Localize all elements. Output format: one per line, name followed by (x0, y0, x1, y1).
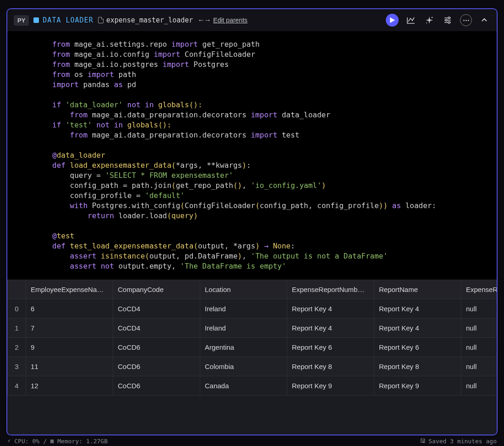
block-panel: PY DATA LOADER expense_master_loader ←→ … (6, 8, 498, 435)
table-cell: CoCD6 (113, 357, 200, 376)
block-type-text: DATA LOADER (43, 16, 93, 24)
header-actions (386, 14, 490, 27)
play-icon (389, 17, 395, 23)
table-cell: Report Key 9 (287, 376, 374, 396)
separator: / (43, 438, 47, 445)
svg-point-7 (445, 19, 447, 21)
bolt-icon: ⚡ (7, 438, 11, 444)
cpu-value: 0% (33, 438, 40, 445)
table-cell: CoCD6 (113, 338, 200, 357)
table-cell: Report Key 4 (374, 299, 461, 319)
svg-point-8 (448, 22, 450, 23)
ai-sparkle-button[interactable] (423, 14, 435, 26)
table-cell: Report Key 6 (374, 338, 461, 357)
table-cell: null (461, 299, 497, 319)
settings-sliders-button[interactable] (442, 14, 454, 26)
chip-icon: ▦ (50, 438, 54, 444)
status-bar: ⚡ CPU: 0% / ▦ Memory: 1.27GB 🖫 Saved 3 m… (0, 436, 504, 446)
col-header[interactable]: EmployeeExpenseNa… (26, 280, 113, 299)
table-cell: Ireland (200, 299, 287, 319)
table-cell: Report Key 9 (374, 376, 461, 396)
table-cell: CoCD4 (113, 299, 200, 319)
table-cell: Canada (200, 376, 287, 396)
table-cell: Report Key 4 (287, 299, 374, 319)
run-button[interactable] (386, 14, 399, 27)
table-row[interactable]: 412CoCD6CanadaReport Key 9Report Key 9nu… (8, 376, 497, 396)
table-cell: CoCD4 (113, 319, 200, 338)
table-header-row: EmployeeExpenseNa… CompanyCode Location … (8, 280, 497, 299)
chart-button[interactable] (405, 14, 417, 26)
file-name-text: expense_master_loader (106, 16, 193, 24)
arrows-icon: ←→ (197, 16, 210, 24)
table-cell: null (461, 376, 497, 396)
table-cell: Report Key 4 (374, 319, 461, 338)
row-index: 1 (8, 319, 26, 338)
table-cell: 9 (26, 338, 113, 357)
col-header[interactable]: CompanyCode (113, 280, 200, 299)
table-cell: Colombia (200, 357, 287, 376)
table-cell: Ireland (200, 319, 287, 338)
col-header[interactable]: ExpenseRe (461, 280, 497, 299)
table-row[interactable]: 17CoCD4IrelandReport Key 4Report Key 4nu… (8, 319, 497, 338)
cpu-label: CPU: (14, 438, 28, 445)
table-cell: CoCD6 (113, 376, 200, 396)
table-row[interactable]: 29CoCD6ArgentinaReport Key 6Report Key 6… (8, 338, 497, 357)
table-cell: Report Key 8 (374, 357, 461, 376)
edit-parents-group: ←→ Edit parents (197, 16, 247, 24)
table-cell: Argentina (200, 338, 287, 357)
table-cell: null (461, 357, 497, 376)
ellipsis-icon (463, 20, 469, 21)
col-header[interactable]: ExpenseReportNumb… (287, 280, 374, 299)
svg-marker-0 (390, 17, 395, 23)
sparkle-icon (425, 16, 434, 25)
row-index: 2 (8, 338, 26, 357)
table-cell: 11 (26, 357, 113, 376)
mem-value: 1.27GB (86, 438, 108, 445)
more-menu-button[interactable] (460, 14, 472, 26)
chevron-up-icon (481, 17, 488, 24)
col-header[interactable]: Location (200, 280, 287, 299)
row-index: 4 (8, 376, 26, 396)
col-header[interactable]: ReportName (374, 280, 461, 299)
table-cell: Report Key 8 (287, 357, 374, 376)
chart-icon (406, 16, 416, 25)
lang-badge: PY (14, 15, 29, 26)
code-editor[interactable]: from mage_ai.settings.repo import get_re… (7, 31, 497, 280)
table-cell: 12 (26, 376, 113, 396)
svg-point-6 (448, 17, 450, 19)
collapse-button[interactable] (478, 14, 490, 26)
block-type-label[interactable]: DATA LOADER (33, 16, 93, 24)
file-name[interactable]: expense_master_loader (98, 16, 193, 24)
save-icon: 🖫 (420, 438, 426, 444)
sliders-icon (443, 16, 452, 25)
block-color-indicator (33, 17, 39, 23)
table-cell: 7 (26, 319, 113, 338)
table-cell: 6 (26, 299, 113, 319)
table-cell: Report Key 6 (287, 338, 374, 357)
data-table: EmployeeExpenseNa… CompanyCode Location … (7, 280, 497, 396)
saved-status: Saved 3 minutes ago (428, 438, 497, 445)
edit-parents-link[interactable]: Edit parents (213, 17, 247, 24)
svg-point-1 (432, 17, 433, 18)
svg-point-2 (426, 22, 427, 23)
file-icon (98, 17, 104, 23)
output-table[interactable]: EmployeeExpenseNa… CompanyCode Location … (7, 280, 497, 435)
table-row[interactable]: 06CoCD4IrelandReport Key 4Report Key 4nu… (8, 299, 497, 319)
panel-header: PY DATA LOADER expense_master_loader ←→ … (7, 9, 497, 31)
table-cell: null (461, 319, 497, 338)
table-row[interactable]: 311CoCD6ColombiaReport Key 8Report Key 8… (8, 357, 497, 376)
table-cell: null (461, 338, 497, 357)
table-cell: Report Key 4 (287, 319, 374, 338)
mem-label: Memory: (57, 438, 82, 445)
index-header (8, 280, 26, 299)
row-index: 3 (8, 357, 26, 376)
row-index: 0 (8, 299, 26, 319)
